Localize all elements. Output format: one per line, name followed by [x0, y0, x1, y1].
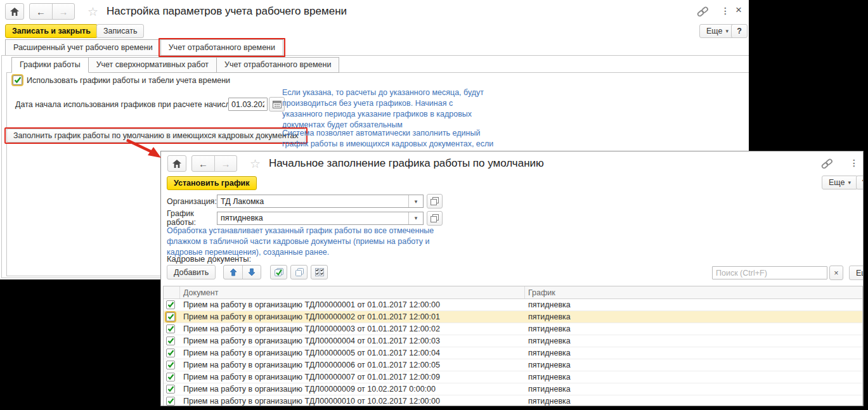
schedule-combo[interactable]: пятидневка ▾ [217, 212, 424, 225]
back-icon: ← [198, 158, 208, 169]
row-schedule-cell: пятидневка [525, 361, 862, 369]
organization-combo[interactable]: ТД Лакомка ▾ [217, 195, 424, 208]
row-checkbox[interactable] [166, 300, 175, 309]
schedule-label: График работы: [167, 209, 217, 227]
row-checkbox[interactable] [166, 336, 175, 345]
table-row[interactable]: Прием на работу в организацию ТДЛ0000000… [164, 323, 862, 335]
row-checkbox[interactable] [166, 373, 175, 381]
uncheck-all-button[interactable] [290, 265, 308, 279]
use-schedules-checkbox[interactable] [13, 75, 22, 85]
save-button[interactable]: Записать [96, 24, 144, 38]
window-menu-icon[interactable]: ⋮ [721, 6, 730, 16]
table-row[interactable]: Прием на работу в организацию ТДЛ0000000… [164, 371, 862, 383]
documents-table: Документ График Прием на работу в органи… [163, 286, 863, 406]
home-icon [10, 8, 19, 16]
arrow-up-icon [230, 268, 237, 276]
popup-get-link-icon[interactable] [820, 158, 833, 170]
document-column-header[interactable]: Документ [180, 286, 525, 298]
close-icon[interactable]: × [735, 4, 742, 16]
schedule-open-button[interactable] [427, 211, 443, 226]
table-row[interactable]: Прием на работу в организацию ТДЛ0000000… [164, 347, 862, 359]
popup-window-menu-icon[interactable]: ⋮ [850, 158, 858, 168]
row-document-cell: Прием на работу в организацию ТДЛ0000000… [180, 385, 525, 394]
set-schedule-button[interactable]: Установить график [167, 176, 257, 190]
clear-search-button[interactable]: × [829, 266, 843, 280]
move-buttons [223, 265, 261, 279]
checkmark-icon [167, 362, 174, 368]
popup-back-button[interactable]: ← [192, 156, 214, 171]
home-button[interactable] [5, 3, 24, 20]
organization-value: ТД Лакомка [217, 195, 408, 207]
row-schedule-cell: пятидневка [525, 385, 862, 394]
checkmark-icon [14, 77, 22, 84]
row-schedule-cell: пятидневка [525, 349, 862, 357]
row-checkbox[interactable] [166, 397, 175, 406]
row-document-cell: Прием на работу в организацию ТДЛ0000000… [180, 373, 525, 381]
back-button[interactable]: ← [30, 4, 52, 19]
row-checkbox[interactable] [166, 349, 175, 357]
checkmark-icon [167, 314, 174, 320]
popup-more-button[interactable]: Еще ▾ [822, 176, 858, 189]
get-link-icon[interactable] [696, 6, 709, 18]
schedule-value: пятидневка [217, 212, 408, 224]
invert-checks-icon [314, 267, 325, 277]
row-document-cell: Прием на работу в организацию ТДЛ0000000… [180, 361, 525, 369]
tab-worked-time-inner[interactable]: Учет отработанного времени [216, 57, 339, 73]
organization-open-button[interactable] [427, 194, 443, 208]
popup-hint-text: Обработка устанавливает указанный график… [167, 226, 447, 258]
row-checkbox[interactable] [166, 361, 175, 369]
table-more-button[interactable]: Еще [849, 266, 864, 280]
row-checkbox[interactable] [166, 385, 175, 394]
chevron-down-icon[interactable]: ▾ [408, 212, 423, 224]
save-and-close-button[interactable]: Записать и закрыть [5, 24, 98, 38]
invert-checks-button[interactable] [311, 265, 328, 279]
fill-schedule-window: ← → ☆ Начальное заполнение графика работ… [160, 151, 864, 406]
arrow-down-icon [248, 268, 256, 276]
table-row[interactable]: Прием на работу в организацию ТДЛ0000000… [164, 311, 862, 323]
chevron-down-icon[interactable]: ▾ [408, 195, 423, 207]
inner-tab-strip: Графики работы Учет сверхнормативных раб… [11, 57, 339, 73]
tab-extended-time-tracking[interactable]: Расширенный учет рабочего времени [5, 39, 161, 56]
favorite-star-icon[interactable]: ☆ [87, 4, 98, 19]
popup-home-button[interactable] [167, 155, 186, 172]
forward-icon: → [59, 6, 68, 17]
documents-table-header: Документ График [164, 286, 862, 299]
table-row[interactable]: Прием на работу в организацию ТДЛ0000001… [164, 395, 862, 406]
row-checkbox[interactable] [166, 312, 175, 321]
row-schedule-cell: пятидневка [525, 300, 862, 309]
add-button[interactable]: Добавить [167, 265, 216, 279]
row-schedule-cell: пятидневка [525, 336, 862, 345]
start-date-label: Дата начала использования графиков при р… [15, 100, 250, 109]
table-row[interactable]: Прием на работу в организацию ТДЛ0000000… [164, 383, 862, 395]
start-date-input[interactable] [228, 98, 268, 111]
table-row[interactable]: Прием на работу в организацию ТДЛ0000000… [164, 299, 862, 311]
desktop-background: { "icons": { "back": "←", "forward": "→"… [0, 0, 868, 410]
page-title: Настройка параметров учета рабочего врем… [107, 5, 347, 18]
tab-worked-time[interactable]: Учет отработанного времени [160, 39, 283, 56]
table-row[interactable]: Прием на работу в организацию ТДЛ0000000… [164, 335, 862, 347]
check-all-button[interactable] [270, 265, 287, 279]
close-icon: × [834, 269, 838, 278]
documents-table-body: Прием на работу в организацию ТДЛ0000000… [164, 299, 862, 406]
table-row[interactable]: Прием на работу в организацию ТДЛ0000000… [164, 359, 862, 371]
more-button[interactable]: Еще ▾ [699, 24, 735, 38]
help-button[interactable]: ? [731, 24, 748, 38]
forward-icon: → [221, 158, 231, 169]
row-checkbox[interactable] [166, 324, 175, 333]
popup-forward-button[interactable]: → [214, 156, 236, 171]
tab-overtime[interactable]: Учет сверхнормативных работ [88, 57, 217, 73]
checkbox-column-header[interactable] [164, 286, 180, 298]
row-document-cell: Прием на работу в организацию ТДЛ0000000… [180, 324, 525, 333]
move-up-button[interactable] [224, 266, 242, 279]
documents-section-label: Кадровые документы: [167, 254, 251, 264]
tab-work-schedules[interactable]: Графики работы [11, 57, 89, 73]
schedule-column-header[interactable]: График [525, 286, 862, 298]
row-schedule-cell: пятидневка [525, 324, 862, 333]
popup-favorite-star-icon[interactable]: ☆ [250, 157, 261, 171]
back-icon: ← [36, 6, 46, 17]
open-form-icon [431, 214, 439, 222]
move-down-button[interactable] [242, 266, 261, 279]
popup-help-button[interactable]: ? [856, 176, 864, 189]
forward-button[interactable]: → [52, 4, 74, 19]
search-input[interactable] [712, 266, 827, 279]
